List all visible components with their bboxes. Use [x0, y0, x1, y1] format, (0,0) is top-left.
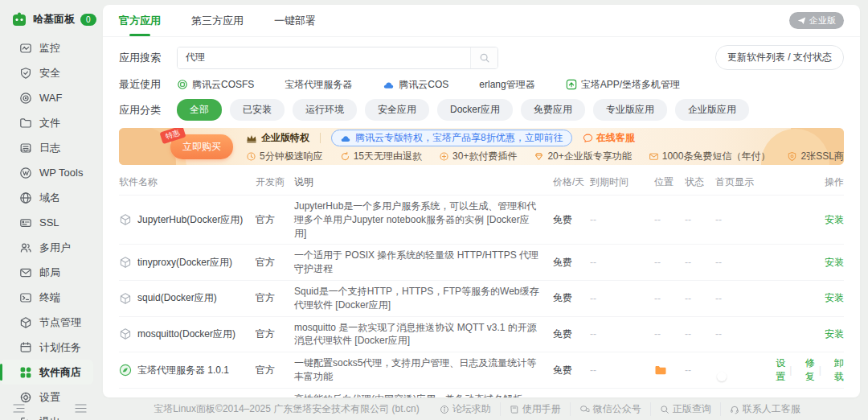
feature-label: 1000条免费短信（年付） — [662, 150, 771, 163]
footer-link-license-check[interactable]: 正版查询 — [650, 402, 720, 416]
enterprise-edition-badge[interactable]: 企业版 — [789, 12, 844, 29]
category-pill-security[interactable]: 安全应用 — [365, 99, 429, 121]
tab-official-apps[interactable]: 官方应用 — [119, 5, 161, 36]
bt-proxy-icon — [119, 364, 132, 377]
waf-icon — [19, 92, 32, 105]
sidebar-item-label: 监控 — [39, 41, 60, 56]
app-name[interactable]: JupyterHub(Docker应用) — [137, 213, 243, 227]
footer-link-manual[interactable]: 使用手册 — [500, 402, 570, 416]
sidebar-item-app-store[interactable]: 软件商店 — [0, 360, 93, 385]
wechat-icon — [579, 405, 590, 414]
feature-label: 20+企业版专享功能 — [547, 150, 631, 163]
gear-icon — [19, 391, 32, 404]
folder-icon — [19, 117, 32, 130]
recent-item-cos[interactable]: 腾讯云COS — [383, 78, 448, 92]
folder-icon[interactable] — [654, 364, 685, 376]
online-service-link[interactable]: 在线客服 — [583, 131, 635, 145]
app-developer: 官方 — [256, 364, 294, 377]
install-link[interactable]: 安装 — [825, 291, 844, 305]
sidebar-item-terminal[interactable]: 终端 — [0, 285, 98, 310]
category-pill-installed[interactable]: 已安装 — [230, 99, 285, 121]
sidebar-item-security[interactable]: 安全 — [0, 60, 98, 85]
sidebar-item-wp-tools[interactable]: WP Tools — [0, 160, 98, 185]
sidebar-item-label: 文件 — [39, 116, 60, 130]
footer-link-forum-help[interactable]: 论坛求助 — [431, 402, 500, 416]
category-pill-pro[interactable]: 专业版应用 — [593, 99, 667, 121]
app-name[interactable]: squid(Docker应用) — [137, 291, 217, 305]
install-link[interactable]: 安装 — [825, 213, 844, 227]
app-expiry: -- — [590, 257, 654, 268]
cloud-icon — [340, 134, 351, 143]
search-icon[interactable] — [470, 47, 497, 68]
tencent-cos-cloud-icon — [383, 80, 395, 90]
app-name[interactable]: tinyproxy(Docker应用) — [137, 256, 232, 270]
app-developer: 官方 — [256, 256, 294, 270]
app-name[interactable]: mosquitto(Docker应用) — [137, 327, 235, 341]
recent-item-bt-proxy[interactable]: 宝塔代理服务器 — [285, 78, 352, 92]
settings-link[interactable]: 设置 — [767, 356, 785, 384]
sidebar-item-multiuser[interactable]: 多用户 — [0, 235, 98, 260]
search-label: 应用搜索 — [119, 51, 166, 65]
sidebar-item-files[interactable]: 文件 — [0, 110, 98, 135]
recent-item-label: 宝塔代理服务器 — [285, 78, 352, 92]
category-pill-all[interactable]: 全部 — [177, 99, 222, 121]
sidebar-item-waf[interactable]: WAF — [0, 85, 98, 110]
footer-link-label: 使用手册 — [522, 402, 561, 416]
category-pill-runtime[interactable]: 运行环境 — [293, 99, 357, 121]
recent-item-bt-app[interactable]: 宝塔APP/堡塔多机管理 — [566, 78, 680, 92]
repair-link[interactable]: 修复 — [796, 356, 814, 384]
app-description: 一个适用于 POSIX 操作系统的轻量级 HTTP/HTTPS 代理守护进程 — [294, 249, 553, 276]
tab-one-click-deploy[interactable]: 一键部署 — [274, 5, 316, 36]
recent-used-row: 最近使用 腾讯云COSFS 宝塔代理服务器 腾讯云COS erlang管理器 — [119, 77, 844, 92]
category-pill-docker[interactable]: Docker应用 — [437, 99, 513, 121]
enterprise-privilege: 企业版特权 — [246, 131, 309, 145]
category-pill-enterprise[interactable]: 企业版应用 — [675, 99, 749, 121]
uninstall-link[interactable]: 卸载 — [825, 356, 844, 384]
app-description: mosquitto 是一款实现了消息推送协议 MQTT v3.1 的开源消息代理… — [294, 321, 553, 348]
app-developer: 官方 — [256, 327, 294, 341]
sidebar-item-logs[interactable]: 日志 — [0, 135, 98, 160]
tencent-cloud-promo-pill[interactable]: 腾讯云专版特权，宝塔产品享8折优惠，立即前往 — [331, 130, 572, 146]
sidebar-item-label: 邮局 — [39, 266, 60, 280]
recent-item-erlang[interactable]: erlang管理器 — [479, 78, 534, 92]
recent-item-label: 腾讯云COS — [399, 78, 448, 92]
app-price: 免费 — [553, 256, 590, 270]
sidebar-item-mail[interactable]: 邮局 — [0, 260, 98, 285]
search-input[interactable] — [178, 47, 470, 68]
sidebar-item-nodes[interactable]: 节点管理 — [0, 310, 98, 335]
sidebar-item-cron[interactable]: 计划任务 — [0, 335, 98, 360]
header-name: 软件名称 — [119, 175, 256, 189]
table-row: squid(Docker应用) 官方 Squid是一个支持HTTP，HTTPS，… — [119, 280, 844, 316]
header-description: 说明 — [294, 175, 553, 189]
search-row: 应用搜索 更新软件列表 / 支付状态 — [119, 45, 844, 70]
magnifier-icon — [660, 405, 669, 414]
collapse-menu-icon[interactable] — [13, 403, 25, 414]
menu-list-icon[interactable] — [75, 403, 87, 414]
buy-now-button[interactable]: 特惠 立即购买 — [170, 134, 233, 159]
category-pill-free[interactable]: 免费应用 — [521, 99, 585, 121]
footer-link-wechat[interactable]: 微信公众号 — [570, 402, 650, 416]
app-name[interactable]: 宝塔代理服务器 1.0.1 — [137, 364, 229, 377]
logout-icon — [19, 416, 32, 420]
sidebar-item-monitor[interactable]: 监控 — [0, 35, 98, 60]
notification-badge[interactable]: 0 — [80, 14, 96, 26]
tab-third-party-apps[interactable]: 第三方应用 — [191, 5, 244, 36]
online-service-label: 在线客服 — [596, 131, 635, 145]
enterprise-promo-banner: 特惠 立即购买 企业版特权 腾讯云专版特权，宝塔产品享8折优惠，立即前往 — [119, 128, 844, 165]
header-expiry: 到期时间 — [590, 175, 654, 189]
app-price: 免费 — [553, 364, 590, 377]
install-link[interactable]: 安装 — [825, 327, 844, 341]
tencent-cosfs-icon — [177, 79, 188, 90]
recent-items: 腾讯云COSFS 宝塔代理服务器 腾讯云COS erlang管理器 宝塔APP/… — [177, 78, 680, 92]
monitor-icon — [19, 42, 32, 55]
install-link[interactable]: 安装 — [825, 256, 844, 270]
recent-item-label: 宝塔APP/堡塔多机管理 — [581, 78, 680, 92]
sidebar-item-domains[interactable]: 域名 — [0, 185, 98, 210]
recent-item-cosfs[interactable]: 腾讯云COSFS — [177, 78, 254, 92]
app-description: 高性能的反向代理(内网穿透)应用，兼备动态域名解析，支持tcp, udp, ht… — [294, 393, 553, 397]
sidebar-item-label: 退出 — [39, 415, 60, 420]
app-expiry: -- — [590, 364, 654, 376]
footer-link-support[interactable]: 联系人工客服 — [720, 402, 809, 416]
update-software-list-button[interactable]: 更新软件列表 / 支付状态 — [715, 45, 844, 70]
sidebar-item-ssl[interactable]: SSL — [0, 210, 98, 235]
